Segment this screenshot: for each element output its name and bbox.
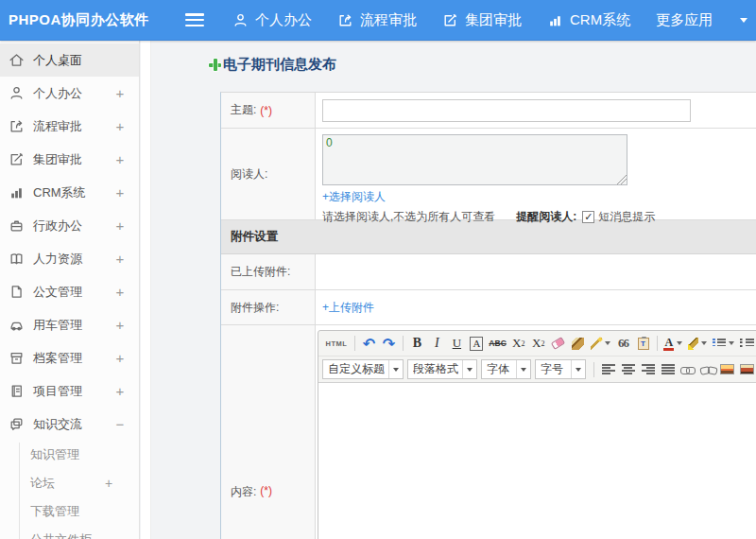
bullet-list-icon [740,339,754,349]
resize-grip-icon[interactable] [617,175,627,184]
sidebar-item-group-approval[interactable]: 集团审批 + [0,143,139,176]
blockquote-button[interactable]: 66 [613,333,633,354]
editor-content-area[interactable] [318,382,756,539]
sidebar-item-crm[interactable]: CRM系统 + [0,176,139,209]
top-header: PHPOA协同办公软件 个人办公 流程审批 集团审批 CRM系统 更多应用 [0,0,756,41]
brush-icon [572,338,584,350]
person-icon [9,85,25,101]
expand-icon[interactable]: + [114,317,126,333]
html-source-button[interactable]: HTML [322,333,351,354]
strikethrough-button[interactable]: ABC [487,333,508,354]
insert-media-button[interactable] [737,359,756,380]
home-icon [9,52,25,68]
sidebar-subitem-download-mgmt[interactable]: 下载管理 [0,497,139,526]
highlighter-icon [688,338,699,350]
expand-icon[interactable]: + [114,151,126,167]
add-plus-icon [209,59,221,71]
highlight-button[interactable] [685,333,711,354]
expand-icon[interactable]: + [114,251,126,267]
remove-link-button[interactable] [697,359,717,380]
sidebar-item-personal-office[interactable]: 个人办公 + [0,77,139,110]
chevron-down-icon [516,360,530,378]
collapse-icon[interactable]: − [114,416,126,432]
sidebar-subitem-public-cabinet[interactable]: 公共文件柜 [0,526,139,539]
unordered-list-button[interactable] [737,333,756,354]
sidebar-item-admin-office[interactable]: 行政办公 + [0,209,139,242]
align-left-button[interactable] [598,359,618,380]
select-readers-link[interactable]: +选择阅读人 [322,189,386,205]
app-window: PHPOA协同办公软件 个人办公 流程审批 集团审批 CRM系统 更多应用 [0,0,756,539]
subject-input[interactable] [322,99,691,122]
uploaded-list-empty [316,254,756,289]
align-justify-button[interactable] [658,359,678,380]
nav-item-crm[interactable]: CRM系统 [547,11,630,29]
nav-item-workflow-approval[interactable]: 流程审批 [337,11,417,29]
insert-image-button[interactable] [717,359,737,380]
sidebar-item-project-mgmt[interactable]: 项目管理 + [0,374,139,408]
readers-textarea[interactable]: 0 [322,134,627,185]
sidebar-item-hr[interactable]: 人力资源 + [0,242,139,275]
uploaded-label: 已上传附件: [221,254,316,289]
font-size-select[interactable]: 字号 [535,359,586,379]
toolbar-separator [403,336,404,351]
heading-select[interactable]: 自定义标题 [322,359,404,379]
upload-attachment-link[interactable]: +上传附件 [322,300,374,316]
sidebar-item-personal-desktop[interactable]: 个人桌面 [0,43,139,77]
insert-link-button[interactable] [678,359,697,380]
ordered-list-button[interactable] [710,333,737,354]
open-book-icon [9,251,25,267]
chevron-down-icon [571,360,585,378]
sms-checkbox[interactable]: ✓ [582,211,594,223]
paste-as-text-button[interactable]: T [633,333,653,354]
chevron-down-icon[interactable] [740,18,747,23]
expand-icon[interactable]: + [103,476,114,491]
required-mark: (*) [260,104,272,117]
chevron-down-icon [677,341,682,345]
eraser-button[interactable] [548,333,568,354]
redo-button[interactable]: ↷ [379,333,399,354]
expand-icon[interactable]: + [114,85,126,101]
font-style-button[interactable]: A [467,333,487,354]
sidebar-item-archive-mgmt[interactable]: 档案管理 + [0,341,139,374]
format-painter-button[interactable] [568,333,588,354]
underline-button[interactable]: U [447,333,467,354]
align-center-button[interactable] [618,359,638,380]
align-right-button[interactable] [638,359,658,380]
paragraph-format-select[interactable]: 段落格式 [407,359,477,379]
chevron-down-icon [388,360,403,378]
italic-button[interactable]: I [427,333,447,354]
sidebar-scrollbar-track[interactable] [141,41,151,539]
bold-button[interactable]: B [407,333,427,354]
nav-item-more-apps[interactable]: 更多应用 [656,11,713,29]
subscript-button[interactable]: X2 [528,333,548,354]
hamburger-menu-icon[interactable] [185,13,204,26]
undo-button[interactable]: ↶ [359,333,379,354]
sidebar-item-document-mgmt[interactable]: 公文管理 + [0,275,139,308]
align-justify-icon [662,364,675,374]
sms-option-label: 短消息提示 [598,209,655,225]
expand-icon[interactable]: + [114,383,126,399]
expand-icon[interactable]: + [114,350,126,366]
clipboard-icon: T [638,338,649,350]
magic-wand-icon [591,338,602,350]
readers-label: 阅读人: [221,129,316,219]
expand-icon[interactable]: + [114,184,126,200]
sidebar-item-vehicle-mgmt[interactable]: 用车管理 + [0,308,139,341]
expand-icon[interactable]: + [114,284,126,300]
font-color-button[interactable]: A [662,333,685,354]
font-family-select[interactable]: 字体 [481,359,531,379]
process-icon [337,12,353,28]
expand-icon[interactable]: + [114,217,126,234]
nav-item-group-approval[interactable]: 集团审批 [442,11,522,29]
sidebar-item-workflow-approval[interactable]: 流程审批 + [0,110,139,143]
superscript-button[interactable]: X2 [508,333,528,354]
sidebar-subitem-knowledge-mgmt[interactable]: 知识管理 [0,441,139,469]
quick-format-button[interactable] [588,333,613,354]
content-row: 内容: (*) HTML ↶ ↷ B I [221,325,756,539]
link-icon [680,365,695,374]
sidebar-item-knowledge-exchange[interactable]: 知识交流 − [0,408,139,441]
nav-item-personal-office[interactable]: 个人办公 [232,11,312,29]
expand-icon[interactable]: + [114,118,126,134]
attachment-section-header: 附件设置 [221,220,756,254]
sidebar-subitem-forum[interactable]: 论坛 + [0,469,139,497]
